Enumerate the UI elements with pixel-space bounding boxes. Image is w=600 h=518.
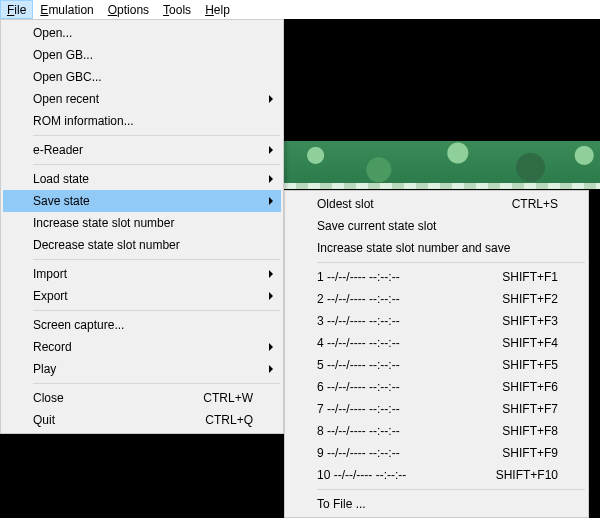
mi-save-slot-3[interactable]: 3 --/--/---- --:--:--SHIFT+F3 xyxy=(287,310,586,332)
slot-shortcut: SHIFT+F8 xyxy=(502,424,558,438)
menu-separator xyxy=(33,259,280,260)
mi-save-slot-2[interactable]: 2 --/--/---- --:--:--SHIFT+F2 xyxy=(287,288,586,310)
mi-e-reader[interactable]: e-Reader xyxy=(3,139,281,161)
menubar-tools[interactable]: Tools xyxy=(156,0,198,19)
slot-label: 9 --/--/---- --:--:-- xyxy=(317,446,502,460)
mi-open-gbc[interactable]: Open GBC... xyxy=(3,66,281,88)
slot-shortcut: SHIFT+F9 xyxy=(502,446,558,460)
submenu-arrow-icon xyxy=(269,146,273,154)
mi-save-current-slot[interactable]: Save current state slot xyxy=(287,215,586,237)
mi-open-recent[interactable]: Open recent xyxy=(3,88,281,110)
slot-label: 7 --/--/---- --:--:-- xyxy=(317,402,502,416)
slot-shortcut: SHIFT+F6 xyxy=(502,380,558,394)
slot-shortcut: SHIFT+F3 xyxy=(502,314,558,328)
mi-save-slot-1[interactable]: 1 --/--/---- --:--:--SHIFT+F1 xyxy=(287,266,586,288)
mi-export[interactable]: Export xyxy=(3,285,281,307)
slot-label: 8 --/--/---- --:--:-- xyxy=(317,424,502,438)
mi-screen-capture[interactable]: Screen capture... xyxy=(3,314,281,336)
slot-label: 1 --/--/---- --:--:-- xyxy=(317,270,502,284)
mi-inc-and-save[interactable]: Increase state slot number and save xyxy=(287,237,586,259)
mi-open[interactable]: Open... xyxy=(3,22,281,44)
menu-separator xyxy=(33,383,280,384)
mi-save-state[interactable]: Save state xyxy=(3,190,281,212)
mi-record[interactable]: Record xyxy=(3,336,281,358)
submenu-arrow-icon xyxy=(269,197,273,205)
save-state-submenu: Oldest slotCTRL+S Save current state slo… xyxy=(284,190,589,518)
menu-separator xyxy=(317,489,585,490)
slot-shortcut: SHIFT+F2 xyxy=(502,292,558,306)
slot-shortcut: SHIFT+F1 xyxy=(502,270,558,284)
mi-import[interactable]: Import xyxy=(3,263,281,285)
menubar-file[interactable]: File xyxy=(0,0,33,19)
mi-save-slot-4[interactable]: 4 --/--/---- --:--:--SHIFT+F4 xyxy=(287,332,586,354)
slot-label: 4 --/--/---- --:--:-- xyxy=(317,336,502,350)
slot-label: 10 --/--/---- --:--:-- xyxy=(317,468,496,482)
slot-label: 2 --/--/---- --:--:-- xyxy=(317,292,502,306)
mi-close[interactable]: CloseCTRL+W xyxy=(3,387,281,409)
game-viewport-strip xyxy=(284,141,600,189)
mi-to-file[interactable]: To File ... xyxy=(287,493,586,515)
menu-separator xyxy=(33,310,280,311)
slot-label: 5 --/--/---- --:--:-- xyxy=(317,358,502,372)
mi-save-slot-9[interactable]: 9 --/--/---- --:--:--SHIFT+F9 xyxy=(287,442,586,464)
submenu-arrow-icon xyxy=(269,292,273,300)
mi-load-state[interactable]: Load state xyxy=(3,168,281,190)
file-menu-dropdown: Open... Open GB... Open GBC... Open rece… xyxy=(0,19,284,434)
submenu-arrow-icon xyxy=(269,175,273,183)
submenu-arrow-icon xyxy=(269,343,273,351)
slot-shortcut: SHIFT+F4 xyxy=(502,336,558,350)
submenu-arrow-icon xyxy=(269,365,273,373)
menu-separator xyxy=(33,135,280,136)
mi-dec-slot[interactable]: Decrease state slot number xyxy=(3,234,281,256)
slot-shortcut: SHIFT+F5 xyxy=(502,358,558,372)
mi-save-slot-8[interactable]: 8 --/--/---- --:--:--SHIFT+F8 xyxy=(287,420,586,442)
menu-separator xyxy=(33,164,280,165)
mi-open-gb[interactable]: Open GB... xyxy=(3,44,281,66)
game-grass-art xyxy=(284,141,600,189)
mi-play[interactable]: Play xyxy=(3,358,281,380)
slot-label: 3 --/--/---- --:--:-- xyxy=(317,314,502,328)
mi-rom-info[interactable]: ROM information... xyxy=(3,110,281,132)
slot-label: 6 --/--/---- --:--:-- xyxy=(317,380,502,394)
menubar-options[interactable]: Options xyxy=(101,0,156,19)
menu-separator xyxy=(317,262,585,263)
mi-save-slot-6[interactable]: 6 --/--/---- --:--:--SHIFT+F6 xyxy=(287,376,586,398)
mi-save-slot-10[interactable]: 10 --/--/---- --:--:--SHIFT+F10 xyxy=(287,464,586,486)
mi-save-slot-5[interactable]: 5 --/--/---- --:--:--SHIFT+F5 xyxy=(287,354,586,376)
mi-save-slot-7[interactable]: 7 --/--/---- --:--:--SHIFT+F7 xyxy=(287,398,586,420)
slot-shortcut: SHIFT+F7 xyxy=(502,402,558,416)
submenu-arrow-icon xyxy=(269,95,273,103)
menubar: File Emulation Options Tools Help xyxy=(0,0,600,19)
mi-quit[interactable]: QuitCTRL+Q xyxy=(3,409,281,431)
menubar-help[interactable]: Help xyxy=(198,0,237,19)
mi-inc-slot[interactable]: Increase state slot number xyxy=(3,212,281,234)
submenu-arrow-icon xyxy=(269,270,273,278)
menubar-emulation[interactable]: Emulation xyxy=(33,0,100,19)
mi-oldest-slot[interactable]: Oldest slotCTRL+S xyxy=(287,193,586,215)
slot-shortcut: SHIFT+F10 xyxy=(496,468,558,482)
